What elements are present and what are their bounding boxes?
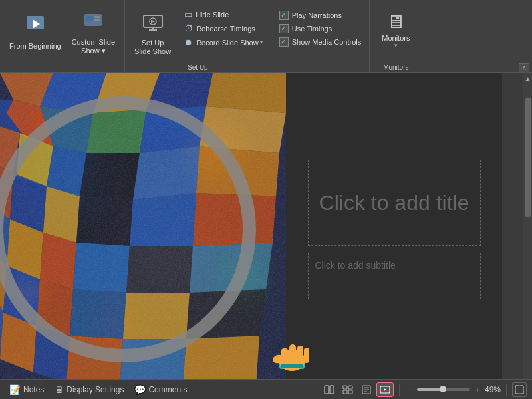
- svg-rect-58: [289, 344, 296, 363]
- svg-rect-64: [281, 364, 303, 368]
- slide-sorter-button[interactable]: [339, 382, 356, 397]
- ribbon-group-monitors: 🖥 Monitors ▾ Monitors: [370, 0, 422, 72]
- rehearse-timings-icon: ⏱: [184, 23, 193, 33]
- scrollbar-right: ▲ ▼ ▼: [523, 73, 532, 399]
- monitors-icon: 🖥: [386, 11, 405, 33]
- monitors-dropdown-arrow: ▾: [394, 42, 398, 49]
- comments-label: Comments: [148, 385, 187, 394]
- show-media-controls-button[interactable]: Show Media Controls: [275, 36, 366, 48]
- play-narrations-label: Play Narrations: [292, 11, 342, 19]
- svg-rect-66: [330, 386, 334, 394]
- hide-slide-label: Hide Slide: [196, 11, 229, 19]
- hand-cursor-svg: [266, 326, 319, 379]
- ribbon-collapse-button[interactable]: ∧: [519, 63, 529, 72]
- notes-label: Notes: [23, 385, 44, 394]
- custom-slide-show-label: Custom SlideShow ▾: [72, 38, 115, 55]
- zoom-slider-thumb[interactable]: [440, 386, 446, 392]
- play-narrations-checkbox[interactable]: [279, 11, 289, 20]
- slideshow-icon: [380, 385, 390, 394]
- slide-sorter-icon: [342, 385, 353, 394]
- hide-slide-button[interactable]: ▭ Hide Slide: [180, 8, 267, 21]
- use-timings-label: Use Timings: [292, 25, 332, 33]
- rehearse-timings-label: Rehearse Timings: [196, 25, 255, 33]
- ribbon-group-captions: Play Narrations Use Timings Show Media C…: [271, 0, 370, 72]
- hand-cursor: [266, 326, 319, 379]
- monitors-group-label: Monitors: [370, 64, 422, 71]
- subtitle-placeholder-text: Click to add subtitle: [315, 260, 396, 271]
- zoom-slider[interactable]: [417, 388, 470, 391]
- status-divider-2: [506, 384, 507, 396]
- view-buttons: [321, 382, 394, 397]
- svg-rect-67: [343, 386, 347, 389]
- fit-to-window-button[interactable]: [512, 382, 527, 397]
- svg-rect-60: [304, 348, 309, 363]
- svg-rect-5: [94, 19, 100, 21]
- comments-button[interactable]: 💬 Comments: [130, 383, 191, 396]
- play-icon: [25, 15, 45, 39]
- slide-canvas: Click to add title Click to add subtitle: [0, 73, 532, 399]
- scroll-up-button[interactable]: ▲: [523, 73, 532, 84]
- subtitle-placeholder[interactable]: Click to add subtitle: [308, 253, 481, 299]
- notes-icon: 📝: [9, 384, 21, 395]
- svg-marker-76: [384, 388, 387, 391]
- hide-slide-icon: ▭: [184, 9, 192, 19]
- display-settings-label: Display Settings: [66, 385, 124, 394]
- ribbon-group-setup: Set UpSlide Show ▭ Hide Slide ⏱ Rehearse…: [125, 0, 271, 72]
- svg-rect-65: [325, 386, 329, 394]
- custom-slide-show-button[interactable]: Custom SlideShow ▾: [66, 7, 120, 60]
- svg-rect-69: [343, 390, 347, 394]
- notes-button[interactable]: 📝 Notes: [5, 383, 48, 396]
- setup-icon: [142, 10, 164, 36]
- record-icon: ⏺: [184, 37, 193, 47]
- reading-view-button[interactable]: [358, 382, 375, 397]
- zoom-percent[interactable]: 49%: [485, 385, 501, 394]
- reading-view-icon: [361, 385, 372, 394]
- mosaic-area: [0, 73, 286, 386]
- show-media-controls-label: Show Media Controls: [292, 38, 362, 46]
- title-placeholder-text: Click to add title: [319, 190, 469, 215]
- slideshow-view-button[interactable]: [376, 382, 394, 397]
- status-divider-1: [399, 384, 400, 396]
- record-dropdown-arrow: ▾: [260, 39, 263, 45]
- svg-marker-10: [151, 20, 156, 23]
- svg-rect-59: [297, 346, 303, 363]
- svg-rect-77: [515, 386, 523, 394]
- title-placeholder[interactable]: Click to add title: [308, 160, 481, 246]
- scrollbar-thumb[interactable]: [525, 98, 531, 217]
- display-settings-icon: 🖥: [55, 384, 64, 395]
- slide: Click to add title Click to add subtitle: [0, 73, 502, 386]
- mosaic-svg: [0, 73, 286, 386]
- normal-view-button[interactable]: [321, 382, 338, 397]
- svg-rect-4: [94, 16, 100, 18]
- normal-view-icon: [324, 385, 334, 394]
- use-timings-checkbox[interactable]: [279, 24, 289, 33]
- monitors-button[interactable]: 🖥 Monitors ▾: [374, 8, 418, 58]
- ribbon-group-start: From Beginning Custom SlideShow ▾: [0, 0, 125, 72]
- ribbon: From Beginning Custom SlideShow ▾: [0, 0, 532, 73]
- zoom-in-button[interactable]: +: [473, 384, 482, 395]
- rehearse-timings-button[interactable]: ⏱ Rehearse Timings: [180, 22, 267, 35]
- set-up-slide-show-label: Set UpSlide Show: [134, 39, 171, 56]
- from-beginning-label: From Beginning: [9, 42, 61, 51]
- record-slide-show-label: Record Slide Show: [196, 39, 259, 47]
- status-bar: 📝 Notes 🖥 Display Settings 💬 Comments: [0, 379, 532, 399]
- play-narrations-button[interactable]: Play Narrations: [275, 9, 366, 21]
- monitors-label: Monitors: [382, 34, 410, 42]
- use-timings-button[interactable]: Use Timings: [275, 23, 366, 35]
- comments-icon: 💬: [134, 384, 146, 395]
- setup-group-label: Set Up: [125, 64, 271, 71]
- svg-rect-68: [348, 386, 352, 389]
- display-settings-button[interactable]: 🖥 Display Settings: [51, 383, 128, 396]
- zoom-area: − + 49%: [405, 384, 501, 395]
- custom-slideshow-icon: [83, 11, 103, 35]
- setup-items-col: ▭ Hide Slide ⏱ Rehearse Timings ⏺ Record…: [180, 8, 267, 58]
- from-beginning-button[interactable]: From Beginning: [4, 7, 66, 60]
- zoom-out-button[interactable]: −: [405, 384, 414, 395]
- show-media-checkbox[interactable]: [279, 37, 289, 47]
- set-up-slide-show-button[interactable]: Set UpSlide Show: [129, 7, 176, 60]
- slide-area: Click to add title Click to add subtitle: [0, 73, 532, 399]
- record-slide-show-button[interactable]: ⏺ Record Slide Show ▾: [180, 36, 267, 49]
- svg-rect-61: [281, 348, 288, 364]
- fit-window-icon: [515, 385, 524, 394]
- captions-items-col: Play Narrations Use Timings Show Media C…: [275, 9, 366, 57]
